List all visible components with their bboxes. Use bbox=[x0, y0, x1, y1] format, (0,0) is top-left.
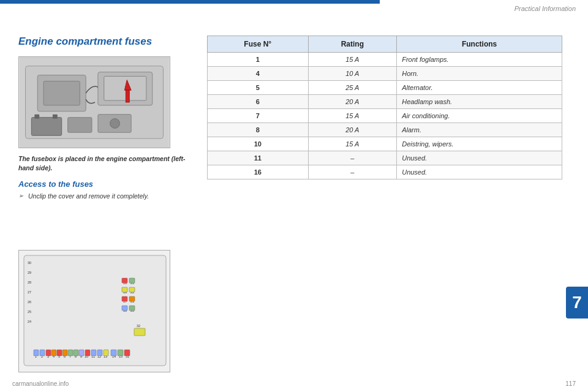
fuse-diagram-svg: 30 29 28 27 26 25 24 1 2 3 4 5 6 7 8 9 1… bbox=[19, 251, 170, 372]
svg-rect-36 bbox=[34, 350, 39, 356]
svg-rect-43 bbox=[74, 350, 78, 356]
header-title: Practical Information bbox=[514, 5, 576, 12]
svg-rect-57 bbox=[122, 278, 127, 283]
svg-rect-7 bbox=[126, 90, 129, 102]
svg-rect-47 bbox=[97, 350, 102, 356]
page-number: 7 bbox=[572, 293, 582, 312]
svg-text:25: 25 bbox=[28, 310, 31, 314]
cell-function: Front foglamps. bbox=[397, 53, 562, 67]
access-item: Unclip the cover and remove it completel… bbox=[18, 192, 196, 200]
svg-rect-39 bbox=[51, 350, 56, 356]
table-row: 525 AAlternator. bbox=[208, 81, 562, 95]
cell-fuse-number: 8 bbox=[208, 123, 309, 137]
cell-function: Horn. bbox=[397, 67, 562, 81]
table-body: 115 AFront foglamps.410 AHorn.525 AAlter… bbox=[208, 53, 562, 179]
svg-rect-59 bbox=[122, 287, 127, 292]
cell-fuse-number: 11 bbox=[208, 151, 309, 165]
cell-function: Unused. bbox=[397, 151, 562, 165]
svg-text:30: 30 bbox=[28, 261, 31, 265]
svg-rect-41 bbox=[62, 350, 67, 356]
cell-rating: 20 A bbox=[308, 123, 397, 137]
footer-left: carmanualonline.info bbox=[12, 380, 69, 387]
svg-rect-60 bbox=[129, 287, 135, 292]
svg-rect-71 bbox=[118, 350, 123, 356]
section-title: Engine compartment fuses bbox=[18, 36, 196, 48]
svg-text:28: 28 bbox=[28, 281, 31, 284]
table-row: 1015 ADeistring, wipers. bbox=[208, 137, 562, 151]
svg-text:27: 27 bbox=[28, 290, 31, 294]
cell-rating: – bbox=[308, 151, 397, 165]
cell-function: Alternator. bbox=[397, 81, 562, 95]
right-section: Fuse N° Rating Functions 115 AFront fogl… bbox=[207, 36, 562, 179]
svg-rect-58 bbox=[129, 278, 135, 283]
svg-rect-37 bbox=[40, 350, 45, 356]
cell-rating: 15 A bbox=[308, 109, 397, 123]
cell-fuse-number: 10 bbox=[208, 137, 309, 151]
svg-rect-38 bbox=[46, 350, 51, 356]
cell-function: Air conditioning. bbox=[397, 109, 562, 123]
fuse-table: Fuse N° Rating Functions 115 AFront fogl… bbox=[207, 36, 562, 179]
engine-caption: The fusebox is placed in the engine comp… bbox=[18, 154, 196, 172]
col-fuse-number: Fuse N° bbox=[208, 36, 309, 53]
table-row: 115 AFront foglamps. bbox=[208, 53, 562, 67]
svg-point-13 bbox=[110, 119, 120, 129]
top-bar bbox=[0, 0, 380, 4]
col-functions: Functions bbox=[397, 36, 562, 53]
main-content: Engine compartment fuses bbox=[0, 17, 588, 392]
engine-image bbox=[18, 56, 170, 148]
engine-illustration bbox=[19, 57, 170, 148]
cell-function: Deistring, wipers. bbox=[397, 137, 562, 151]
svg-rect-40 bbox=[57, 350, 62, 356]
cell-function: Headlamp wash. bbox=[397, 95, 562, 109]
table-row: 410 AHorn. bbox=[208, 67, 562, 81]
svg-rect-10 bbox=[53, 115, 58, 119]
footer-right: 117 bbox=[565, 380, 576, 387]
cell-fuse-number: 16 bbox=[208, 165, 309, 179]
svg-rect-45 bbox=[85, 350, 90, 356]
svg-rect-72 bbox=[124, 350, 130, 356]
cell-rating: 25 A bbox=[308, 81, 397, 95]
svg-text:32: 32 bbox=[137, 324, 140, 328]
cell-fuse-number: 4 bbox=[208, 67, 309, 81]
table-row: 11–Unused. bbox=[208, 151, 562, 165]
svg-rect-3 bbox=[43, 81, 80, 105]
table-row: 16–Unused. bbox=[208, 165, 562, 179]
footer-site: carmanualonline.info bbox=[12, 380, 69, 387]
table-row: 715 AAir conditioning. bbox=[208, 109, 562, 123]
svg-rect-8 bbox=[31, 118, 61, 136]
footer-page: 117 bbox=[565, 380, 576, 387]
cell-rating: 20 A bbox=[308, 95, 397, 109]
svg-rect-46 bbox=[91, 350, 96, 356]
svg-rect-48 bbox=[104, 350, 108, 356]
cell-fuse-number: 1 bbox=[208, 53, 309, 67]
svg-rect-62 bbox=[129, 296, 135, 301]
svg-rect-15 bbox=[24, 255, 166, 366]
svg-rect-42 bbox=[68, 350, 73, 356]
svg-rect-61 bbox=[122, 296, 127, 301]
svg-rect-11 bbox=[68, 118, 92, 133]
access-title: Access to the fuses bbox=[18, 179, 196, 189]
cell-rating: 10 A bbox=[308, 67, 397, 81]
svg-rect-63 bbox=[122, 306, 127, 311]
cell-fuse-number: 6 bbox=[208, 95, 309, 109]
svg-text:29: 29 bbox=[28, 271, 31, 274]
cell-fuse-number: 5 bbox=[208, 81, 309, 95]
left-section: Engine compartment fuses bbox=[18, 36, 196, 200]
svg-rect-44 bbox=[79, 350, 84, 356]
page-number-badge: 7 bbox=[566, 287, 588, 318]
cell-rating: 15 A bbox=[308, 137, 397, 151]
svg-text:26: 26 bbox=[28, 300, 31, 304]
svg-text:24: 24 bbox=[28, 320, 31, 323]
svg-rect-66 bbox=[134, 328, 145, 336]
svg-rect-70 bbox=[111, 350, 116, 356]
table-row: 620 AHeadlamp wash. bbox=[208, 95, 562, 109]
table-header-row: Fuse N° Rating Functions bbox=[208, 36, 562, 53]
cell-function: Alarm. bbox=[397, 123, 562, 137]
cell-rating: – bbox=[308, 165, 397, 179]
fuse-diagram: 30 29 28 27 26 25 24 1 2 3 4 5 6 7 8 9 1… bbox=[18, 250, 170, 372]
cell-rating: 15 A bbox=[308, 53, 397, 67]
cell-function: Unused. bbox=[397, 165, 562, 179]
svg-rect-9 bbox=[34, 115, 39, 119]
svg-rect-64 bbox=[129, 306, 135, 311]
page-header: Practical Information bbox=[380, 0, 588, 17]
